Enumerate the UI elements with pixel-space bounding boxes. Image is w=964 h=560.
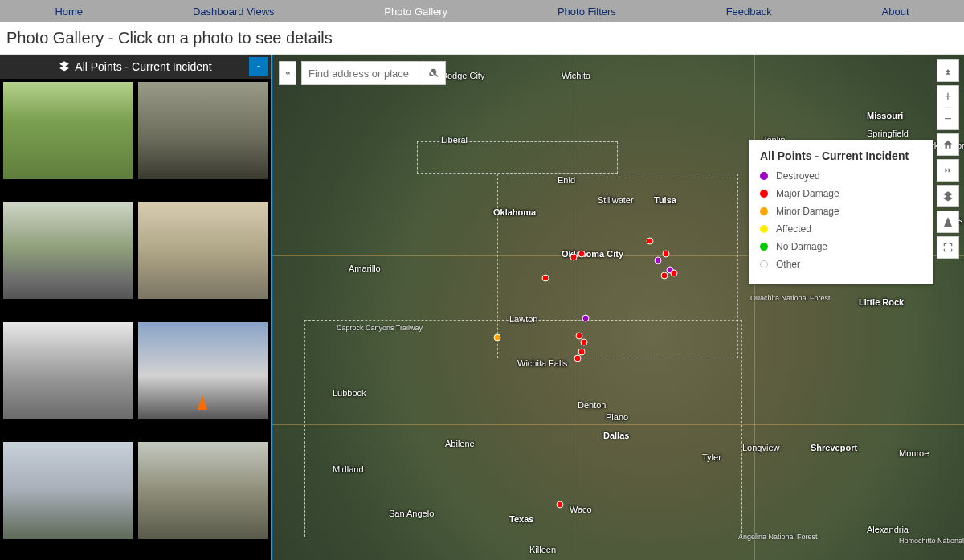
city-label: Oklahoma bbox=[493, 207, 536, 217]
city-label: Denton bbox=[578, 400, 606, 410]
city-label: Tyler bbox=[702, 452, 721, 462]
next-extent-button[interactable] bbox=[937, 159, 959, 182]
photo-thumb[interactable] bbox=[138, 442, 268, 539]
city-label: San Angelo bbox=[389, 509, 434, 518]
photo-grid bbox=[0, 79, 271, 560]
road-line bbox=[754, 55, 755, 560]
photo-thumb[interactable] bbox=[138, 202, 268, 299]
city-label: Texas bbox=[509, 514, 533, 524]
zoom-control: + − bbox=[937, 85, 959, 130]
plus-icon: + bbox=[944, 90, 951, 103]
map-search bbox=[279, 61, 446, 85]
layers-icon bbox=[59, 60, 70, 74]
incident-point[interactable] bbox=[663, 251, 670, 258]
legend-label: Other bbox=[776, 259, 800, 270]
sidebar-header: All Points - Current Incident bbox=[0, 55, 271, 79]
incident-point[interactable] bbox=[557, 501, 564, 509]
city-label: Wichita bbox=[562, 71, 590, 80]
city-label: Midland bbox=[333, 464, 364, 474]
nav-photo-gallery[interactable]: Photo Gallery bbox=[376, 6, 455, 18]
incident-point[interactable] bbox=[661, 272, 668, 280]
city-label: Stillwater bbox=[598, 195, 634, 205]
forest-label: Homochitto National Forest bbox=[899, 537, 964, 545]
chevron-up-double-icon bbox=[942, 65, 954, 76]
incident-point[interactable] bbox=[542, 275, 549, 282]
legend-swatch-other bbox=[760, 260, 768, 268]
collapse-legend-button[interactable] bbox=[937, 59, 959, 82]
city-label: Abilene bbox=[445, 439, 475, 448]
legend-label: Major Damage bbox=[776, 188, 839, 199]
traffic-cone-icon bbox=[198, 395, 207, 410]
city-label: Little Rock bbox=[859, 297, 904, 307]
legend-swatch-affected bbox=[760, 225, 768, 233]
search-input[interactable] bbox=[302, 62, 423, 84]
city-label: Killeen bbox=[529, 545, 556, 554]
incident-point[interactable] bbox=[578, 251, 586, 258]
legend-row: Other bbox=[760, 259, 922, 270]
photo-thumb[interactable] bbox=[138, 82, 268, 179]
search-icon bbox=[429, 67, 440, 79]
legend-row: Affected bbox=[760, 223, 922, 235]
photo-thumb[interactable] bbox=[3, 322, 133, 419]
incident-point[interactable] bbox=[647, 238, 654, 245]
page-title: Photo Gallery - Click on a photo to see … bbox=[0, 22, 964, 55]
legend-label: Minor Damage bbox=[776, 206, 839, 217]
legend-label: No Damage bbox=[776, 241, 827, 252]
city-label: Monroe bbox=[899, 448, 929, 458]
map-legend: All Points - Current Incident Destroyed … bbox=[749, 140, 933, 284]
legend-row: Minor Damage bbox=[760, 206, 922, 217]
city-label: Waco bbox=[570, 505, 592, 514]
incident-point[interactable] bbox=[570, 254, 578, 261]
fullscreen-button[interactable] bbox=[937, 236, 959, 259]
incident-point[interactable] bbox=[582, 315, 590, 322]
basemap-button[interactable] bbox=[937, 185, 959, 207]
incident-point[interactable] bbox=[671, 270, 678, 277]
road-line bbox=[578, 55, 578, 560]
map[interactable]: Dodge CityWichitaLiberalJoplinMissouriSp… bbox=[272, 55, 964, 560]
nav-feedback[interactable]: Feedback bbox=[718, 6, 780, 18]
search-button[interactable] bbox=[423, 62, 445, 84]
legend-row: No Damage bbox=[760, 241, 922, 252]
city-label: Lubbock bbox=[333, 388, 366, 398]
legend-row: Major Damage bbox=[760, 188, 922, 199]
incident-point[interactable] bbox=[581, 339, 588, 346]
photo-thumb[interactable] bbox=[3, 202, 133, 299]
state-border bbox=[304, 320, 742, 537]
photo-thumb[interactable] bbox=[3, 82, 133, 179]
legend-label: Affected bbox=[776, 223, 811, 235]
incident-point[interactable] bbox=[655, 257, 662, 264]
city-label: Plano bbox=[606, 412, 628, 422]
nav-photo-filters[interactable]: Photo Filters bbox=[549, 6, 624, 18]
nav-about[interactable]: About bbox=[874, 6, 917, 18]
legend-swatch-destroyed bbox=[760, 172, 768, 180]
sidebar-expand-button[interactable] bbox=[249, 57, 268, 76]
compass-icon bbox=[944, 217, 952, 227]
forest-label: Ouachita National Forest bbox=[750, 294, 831, 302]
legend-swatch-minor bbox=[760, 207, 768, 215]
state-border bbox=[417, 141, 618, 174]
city-label: Lawton bbox=[509, 314, 537, 324]
zoom-out-button[interactable]: − bbox=[944, 108, 951, 129]
legend-row: Destroyed bbox=[760, 170, 922, 182]
collapse-sidebar-button[interactable] bbox=[279, 61, 296, 85]
zoom-in-button[interactable]: + bbox=[944, 86, 951, 108]
photo-thumb[interactable] bbox=[138, 322, 268, 419]
compass-button[interactable] bbox=[937, 211, 959, 233]
legend-label: Destroyed bbox=[776, 170, 820, 182]
chevron-down-icon bbox=[255, 63, 263, 71]
city-label: Shreveport bbox=[811, 443, 857, 452]
incident-point[interactable] bbox=[574, 355, 582, 362]
photo-thumb[interactable] bbox=[3, 442, 133, 539]
nav-home[interactable]: Home bbox=[47, 6, 91, 18]
city-label: Alexandria bbox=[867, 525, 909, 534]
nav-dashboard-views[interactable]: Dashboard Views bbox=[185, 6, 283, 18]
incident-point[interactable] bbox=[494, 334, 501, 341]
home-extent-button[interactable] bbox=[937, 133, 959, 156]
search-box bbox=[301, 61, 446, 85]
top-nav: Home Dashboard Views Photo Gallery Photo… bbox=[0, 0, 964, 22]
city-label: Missouri bbox=[867, 111, 903, 121]
city-label: Liberal bbox=[441, 135, 468, 145]
city-label: Longview bbox=[742, 443, 779, 452]
main-area: All Points - Current Incident Dodge City… bbox=[0, 55, 964, 560]
fullscreen-icon bbox=[942, 242, 954, 253]
